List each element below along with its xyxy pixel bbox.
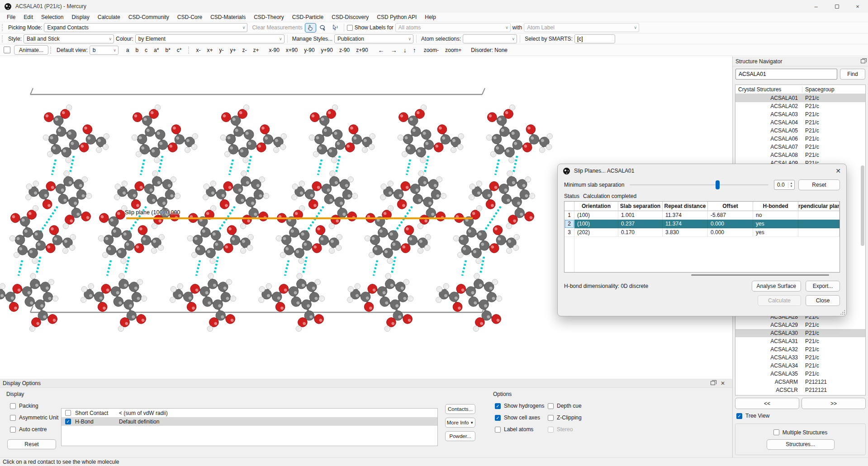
previous-structure-button[interactable]: << xyxy=(735,398,799,409)
slip-plane-cell[interactable]: (100) xyxy=(574,211,618,220)
slip-plane-cell[interactable]: no xyxy=(753,211,798,220)
dialog-close-button[interactable]: Close xyxy=(806,295,840,306)
slip-plane-cell[interactable]: -5.687 xyxy=(708,211,753,220)
slip-plane-cell[interactable]: 11.374 xyxy=(663,211,708,220)
menu-csd-core[interactable]: CSD-Core xyxy=(173,14,206,20)
structure-row-acsala07[interactable]: ACSALA07P21/c xyxy=(735,143,865,151)
structure-row-acsala05[interactable]: ACSALA05P21/c xyxy=(735,127,865,135)
default-view-select[interactable]: b ∨ xyxy=(90,46,119,55)
label-atoms-select[interactable]: All atoms ∨ xyxy=(395,23,511,32)
contacts-button[interactable]: Contacts... xyxy=(445,404,475,414)
slip-plane-cell[interactable]: yes xyxy=(753,220,798,228)
structure-row-acsarm[interactable]: ACSARMP212121 xyxy=(735,378,865,386)
slip-plane-cell[interactable]: 1.001 xyxy=(618,211,663,220)
structures-button[interactable]: Structures... xyxy=(767,439,835,450)
structure-row-acsala04[interactable]: ACSALA04P21/c xyxy=(735,118,865,127)
column-rpendicular-plane[interactable]: rpendicular plane xyxy=(798,202,840,211)
rotate-y-90-button[interactable]: y-90 xyxy=(304,47,314,53)
structure-row-acsala32[interactable]: ACSALA32P21/c xyxy=(735,345,865,353)
asymmetric-unit-checkbox[interactable] xyxy=(10,415,16,421)
structure-search-input[interactable] xyxy=(735,69,837,80)
view-b-button[interactable]: b xyxy=(135,47,138,53)
rotate-z-90-button[interactable]: z-90 xyxy=(339,47,350,53)
slip-plane-cell[interactable] xyxy=(798,211,840,220)
column-spacegroup[interactable]: Spacegroup xyxy=(802,86,835,93)
find-button[interactable]: Find xyxy=(840,69,865,80)
slip-plane-cell[interactable]: 0.237 xyxy=(618,220,663,228)
atom-selections-select[interactable]: ∨ xyxy=(463,34,517,43)
toolbar-handle[interactable] xyxy=(50,47,52,54)
translate--button[interactable]: ↑ xyxy=(413,47,416,54)
display-reset-button[interactable]: Reset xyxy=(7,439,56,449)
style-preset-select[interactable]: Publication ∨ xyxy=(334,34,413,43)
menu-file[interactable]: File xyxy=(3,14,19,20)
reset-button[interactable]: Reset xyxy=(798,179,840,190)
structure-row-acsala35[interactable]: ACSALA35P21/c xyxy=(735,370,865,378)
rotate-x-button[interactable]: x- xyxy=(196,47,200,53)
menu-selection[interactable]: Selection xyxy=(37,14,67,20)
stereo-checkbox[interactable] xyxy=(548,427,554,433)
structure-row-acsala03[interactable]: ACSALA03P21/c xyxy=(735,110,865,118)
column-orientation[interactable]: Orientation xyxy=(574,202,618,211)
slip-plane-cell[interactable]: 0.170 xyxy=(618,228,663,237)
spin-up-icon[interactable]: ▲ xyxy=(790,182,793,185)
column-repeat-distance[interactable]: Repeat distance xyxy=(663,202,708,211)
min-slab-spinbox[interactable]: 0.0 ▲▼ xyxy=(774,180,795,190)
hand-pointer-tool-button[interactable] xyxy=(305,23,316,33)
structure-row-acsala30[interactable]: ACSALA30P21/c xyxy=(735,329,865,337)
slip-plane-cell[interactable]: 1 xyxy=(564,211,574,220)
slip-plane-cell[interactable]: 2 xyxy=(564,220,574,228)
column-h-bonded[interactable]: H-bonded xyxy=(753,202,798,211)
structure-row-acsala29[interactable]: ACSALA29P21/c xyxy=(735,321,865,329)
rotate-x-90-button[interactable]: x+90 xyxy=(286,47,298,53)
show-hydrogens-checkbox[interactable]: ✓ xyxy=(495,403,501,409)
close-panel-icon[interactable]: ✕ xyxy=(721,380,725,386)
menu-csd-particle[interactable]: CSD-Particle xyxy=(288,14,327,20)
menu-csd-community[interactable]: CSD-Community xyxy=(124,14,173,20)
menu-csd-materials[interactable]: CSD-Materials xyxy=(206,14,250,20)
powder-button[interactable]: Powder... xyxy=(445,431,475,441)
rotate-z-90-button[interactable]: z+90 xyxy=(356,47,368,53)
h-bond-checkbox[interactable]: ✓ xyxy=(65,419,71,424)
picking-mode-select[interactable]: Expand Contacts ∨ xyxy=(44,23,247,32)
short-contact-checkbox[interactable] xyxy=(65,410,71,416)
slip-plane-cell[interactable]: 0.000 xyxy=(708,228,753,237)
packing-checkbox[interactable] xyxy=(10,403,16,409)
zoom-in-button[interactable]: zoom+ xyxy=(445,47,461,53)
rotate-y-button[interactable]: y+ xyxy=(230,47,236,53)
menu-csd-discovery[interactable]: CSD-Discovery xyxy=(327,14,373,20)
menu-display[interactable]: Display xyxy=(67,14,93,20)
rotate-z-button[interactable]: z- xyxy=(242,47,247,53)
animate-button[interactable]: Animate... xyxy=(14,45,48,55)
colour-select[interactable]: by Element ∨ xyxy=(135,34,285,43)
structure-row-acsala02[interactable]: ACSALA02P21/c xyxy=(735,102,865,110)
toolbar-handle[interactable] xyxy=(2,35,4,42)
structure-row-acsala34[interactable]: ACSALA34P21/c xyxy=(735,362,865,370)
dialog-close-icon[interactable]: ✕ xyxy=(835,167,841,174)
view-a-button[interactable]: a xyxy=(126,47,129,53)
analyse-surface-button[interactable]: Analyse Surface xyxy=(752,281,801,292)
slip-plane-cell[interactable]: 0.000 xyxy=(708,220,753,228)
menu-csd-python-api[interactable]: CSD Python API xyxy=(373,14,421,20)
structure-row-acsala31[interactable]: ACSALA31P21/c xyxy=(735,337,865,345)
auto-centre-checkbox[interactable] xyxy=(10,427,16,433)
view-a-button[interactable]: a* xyxy=(154,47,159,53)
depth-cue-checkbox[interactable] xyxy=(548,403,554,409)
export-button[interactable]: Export... xyxy=(806,281,840,292)
slip-plane-cell[interactable]: (100) xyxy=(574,220,618,228)
column-crystal-structures[interactable]: Crystal Structures xyxy=(735,86,802,93)
translate--button[interactable]: ↓ xyxy=(403,47,407,54)
lasso-select-tool-button[interactable] xyxy=(317,23,328,33)
rotate-y-90-button[interactable]: y+90 xyxy=(321,47,333,53)
menu-help[interactable]: Help xyxy=(421,14,440,20)
multiple-structures-checkbox[interactable] xyxy=(773,429,779,435)
structure-row-acsala06[interactable]: ACSALA06P21/c xyxy=(735,135,865,143)
menu-calculate[interactable]: Calculate xyxy=(94,14,124,20)
translate--button[interactable]: → xyxy=(391,47,397,54)
close-icon[interactable]: × xyxy=(847,0,868,13)
undock-panel-icon[interactable] xyxy=(711,381,715,385)
view-c-button[interactable]: c xyxy=(145,47,147,53)
toolbar-handle[interactable] xyxy=(2,24,4,31)
slip-plane-cell[interactable] xyxy=(798,228,840,237)
min-slab-slider[interactable] xyxy=(630,180,768,189)
